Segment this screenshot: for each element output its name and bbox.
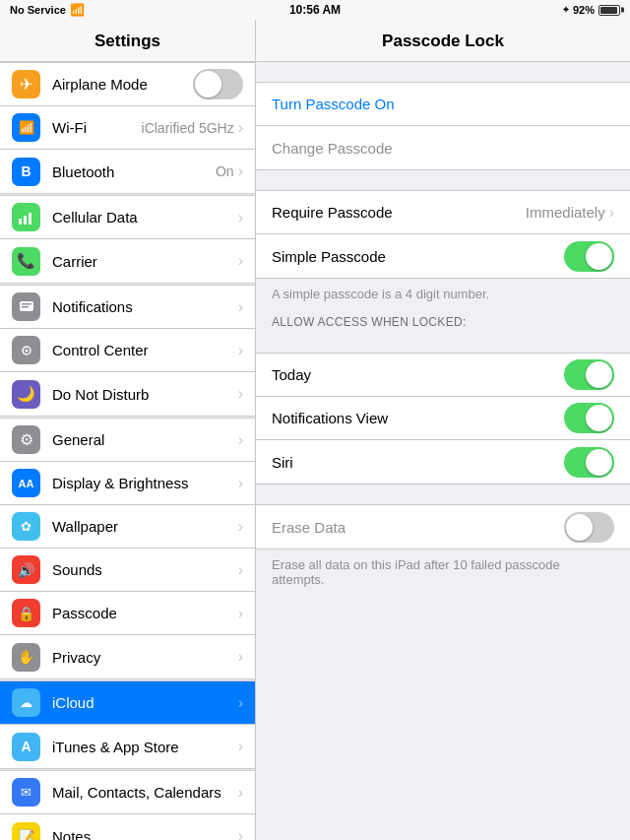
erase-data-section: Erase Data bbox=[256, 504, 630, 549]
change-passcode-label: Change Passcode bbox=[272, 140, 614, 157]
wallpaper-icon: ✿ bbox=[12, 512, 40, 541]
sidebar-item-control-center[interactable]: Control Center › bbox=[0, 329, 255, 372]
sidebar-item-sounds[interactable]: 🔊 Sounds › bbox=[0, 549, 255, 592]
siri-item[interactable]: Siri bbox=[256, 440, 630, 484]
status-time: 10:56 AM bbox=[289, 3, 341, 17]
icloud-chevron: › bbox=[238, 694, 243, 712]
erase-data-toggle[interactable] bbox=[564, 512, 614, 543]
bluetooth-label: Bluetooth bbox=[52, 163, 216, 180]
erase-data-note: Erase all data on this iPad after 10 fai… bbox=[256, 549, 630, 595]
svg-rect-2 bbox=[29, 213, 32, 225]
control-center-label: Control Center bbox=[52, 342, 238, 358]
passcode-actions-section: Turn Passcode On Change Passcode bbox=[256, 82, 630, 170]
section-cellular: Cellular Data › 📞 Carrier › bbox=[0, 195, 255, 284]
status-right: ⌖ 92% bbox=[563, 4, 620, 16]
notifications-icon bbox=[12, 292, 40, 321]
erase-data-label: Erase Data bbox=[272, 519, 564, 536]
erase-data-item[interactable]: Erase Data bbox=[256, 505, 630, 549]
sounds-icon: 🔊 bbox=[12, 555, 40, 584]
sidebar-item-appstore[interactable]: A iTunes & App Store › bbox=[0, 725, 255, 768]
airplane-icon: ✈ bbox=[12, 70, 40, 98]
privacy-icon: ✋ bbox=[12, 643, 40, 672]
control-icon bbox=[12, 336, 40, 364]
sidebar-item-bluetooth[interactable]: B Bluetooth On › bbox=[0, 150, 255, 193]
today-item[interactable]: Today bbox=[256, 354, 630, 397]
carrier-label: No Service bbox=[10, 4, 66, 16]
svg-rect-5 bbox=[22, 306, 29, 308]
simple-passcode-label: Simple Passcode bbox=[272, 248, 564, 265]
sidebar-item-dnd[interactable]: 🌙 Do Not Disturb › bbox=[0, 372, 255, 416]
carrier-label: Carrier bbox=[52, 253, 238, 270]
display-label: Display & Brightness bbox=[52, 475, 238, 491]
wifi-value: iClarified 5GHz bbox=[142, 120, 234, 136]
status-bar: No Service 📶 10:56 AM ⌖ 92% bbox=[0, 0, 630, 20]
notifications-view-label: Notifications View bbox=[272, 410, 564, 426]
appstore-label: iTunes & App Store bbox=[52, 739, 238, 755]
svg-rect-4 bbox=[22, 303, 32, 305]
passcode-label: Passcode bbox=[52, 605, 238, 621]
battery-percent: 92% bbox=[573, 4, 595, 16]
left-panel-header: Settings bbox=[0, 20, 255, 62]
carrier-chevron: › bbox=[238, 252, 243, 270]
icloud-label: iCloud bbox=[52, 694, 238, 711]
privacy-label: Privacy bbox=[52, 649, 238, 666]
sidebar-item-notifications[interactable]: Notifications › bbox=[0, 286, 255, 329]
cellular-icon bbox=[12, 203, 40, 231]
svg-rect-1 bbox=[24, 216, 27, 225]
sidebar-item-passcode[interactable]: 🔒 Passcode › bbox=[0, 592, 255, 635]
sidebar-item-privacy[interactable]: ✋ Privacy › bbox=[0, 635, 255, 678]
sidebar-item-carrier[interactable]: 📞 Carrier › bbox=[0, 239, 255, 283]
notifications-view-toggle[interactable] bbox=[564, 403, 614, 433]
change-passcode-item[interactable]: Change Passcode bbox=[256, 126, 630, 169]
general-icon: ⚙ bbox=[12, 425, 40, 454]
right-panel: Passcode Lock Turn Passcode On Change Pa… bbox=[256, 20, 630, 840]
appstore-chevron: › bbox=[238, 738, 243, 755]
simple-passcode-toggle[interactable] bbox=[564, 241, 614, 272]
today-toggle[interactable] bbox=[564, 359, 614, 390]
wifi-label: Wi-Fi bbox=[52, 119, 142, 136]
right-panel-header: Passcode Lock bbox=[256, 20, 630, 62]
sidebar-item-general[interactable]: ⚙ General › bbox=[0, 419, 255, 462]
sidebar-item-mail[interactable]: ✉ Mail, Contacts, Calendars › bbox=[0, 771, 255, 814]
turn-passcode-on-item[interactable]: Turn Passcode On bbox=[256, 83, 630, 126]
wallpaper-chevron: › bbox=[238, 518, 243, 536]
sidebar-item-display[interactable]: AA Display & Brightness › bbox=[0, 462, 255, 505]
settings-title: Settings bbox=[94, 32, 160, 50]
simple-passcode-note: A simple passcode is a 4 digit number. bbox=[256, 279, 630, 309]
svg-rect-0 bbox=[19, 219, 22, 225]
require-passcode-item[interactable]: Require Passcode Immediately › bbox=[256, 191, 630, 234]
passcode-icon: 🔒 bbox=[12, 599, 40, 627]
simple-passcode-item[interactable]: Simple Passcode bbox=[256, 234, 630, 278]
svg-point-7 bbox=[25, 349, 28, 352]
section-notifications: Notifications › Control Center › 🌙 Do No… bbox=[0, 285, 255, 417]
notifications-view-item[interactable]: Notifications View bbox=[256, 397, 630, 440]
passcode-chevron: › bbox=[238, 605, 243, 622]
require-passcode-value: Immediately bbox=[526, 204, 605, 221]
sidebar-item-wifi[interactable]: 📶 Wi-Fi iClarified 5GHz › bbox=[0, 106, 255, 150]
airplane-toggle[interactable] bbox=[193, 69, 243, 99]
status-left: No Service 📶 bbox=[10, 3, 85, 17]
section-mail: ✉ Mail, Contacts, Calendars › 📝 Notes › bbox=[0, 770, 255, 840]
sidebar-item-notes[interactable]: 📝 Notes › bbox=[0, 814, 255, 840]
bluetooth-value: On bbox=[216, 163, 234, 179]
siri-toggle[interactable] bbox=[564, 447, 614, 478]
notes-chevron: › bbox=[238, 827, 243, 840]
section-general: ⚙ General › AA Display & Brightness › ✿ … bbox=[0, 418, 255, 679]
bluetooth-chevron: › bbox=[238, 162, 243, 180]
passcode-options-section: Require Passcode Immediately › Simple Pa… bbox=[256, 190, 630, 279]
sounds-label: Sounds bbox=[52, 561, 238, 578]
general-label: General bbox=[52, 431, 238, 448]
allow-access-section: Today Notifications View Siri bbox=[256, 353, 630, 485]
appstore-icon: A bbox=[12, 733, 40, 761]
wifi-icon: 📶 bbox=[70, 3, 85, 17]
sidebar-item-wallpaper[interactable]: ✿ Wallpaper › bbox=[0, 505, 255, 549]
siri-label: Siri bbox=[272, 454, 564, 471]
sidebar-item-cellular[interactable]: Cellular Data › bbox=[0, 196, 255, 239]
require-passcode-chevron: › bbox=[609, 204, 614, 222]
passcode-lock-title: Passcode Lock bbox=[382, 32, 504, 50]
notes-icon: 📝 bbox=[12, 822, 40, 841]
sidebar-item-airplane[interactable]: ✈ Airplane Mode bbox=[0, 63, 255, 106]
display-icon: AA bbox=[12, 469, 40, 497]
sidebar-item-icloud[interactable]: ☁ iCloud › bbox=[0, 681, 255, 725]
mail-label: Mail, Contacts, Calendars bbox=[52, 784, 238, 801]
